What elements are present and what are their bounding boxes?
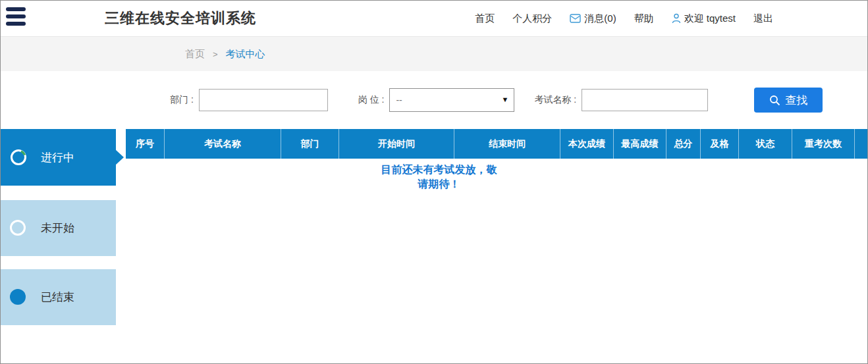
col-total-score: 总分 bbox=[666, 129, 700, 159]
main-content: 进行中 未开始 已结束 序号 考试名称 部门 开始时间 结束时间 本次成绩 最高… bbox=[1, 129, 867, 364]
exam-name-label: 考试名称 : bbox=[534, 94, 576, 106]
exam-table-body: 目前还未有考试发放，敬 请期待！ bbox=[126, 159, 868, 364]
sidebar-item-in-progress[interactable]: 进行中 bbox=[1, 129, 116, 186]
nav-personal-points[interactable]: 个人积分 bbox=[512, 13, 552, 25]
filled-circle-icon bbox=[10, 289, 27, 306]
post-select-value: -- bbox=[396, 95, 402, 105]
exam-center-page: 三维在线安全培训系统 首页 个人积分 消息(0) 帮助 bbox=[0, 0, 868, 364]
breadcrumb-home[interactable]: 首页 bbox=[185, 48, 205, 61]
col-index: 序号 bbox=[126, 129, 164, 159]
top-navigation: 首页 个人积分 消息(0) 帮助 bbox=[475, 1, 773, 36]
department-label: 部门 : bbox=[170, 94, 194, 106]
hamburger-menu-icon[interactable] bbox=[6, 7, 28, 29]
col-retake-count: 重考次数 bbox=[792, 129, 854, 159]
search-filter-bar: 部门 : 岗 位 : -- ▼ 考试名称 : 查找 bbox=[1, 71, 867, 129]
col-department: 部门 bbox=[281, 129, 339, 159]
breadcrumb: 首页 > 考试中心 bbox=[185, 48, 265, 61]
exam-table: 序号 考试名称 部门 开始时间 结束时间 本次成绩 最高成绩 总分 及格 状态 … bbox=[126, 129, 868, 364]
chevron-down-icon: ▼ bbox=[502, 95, 509, 103]
empty-state-message: 目前还未有考试发放，敬 请期待！ bbox=[375, 163, 503, 192]
message-envelope-icon bbox=[570, 14, 581, 23]
breadcrumb-separator-icon: > bbox=[213, 49, 218, 59]
exam-status-sidebar: 进行中 未开始 已结束 bbox=[1, 129, 116, 325]
nav-messages[interactable]: 消息(0) bbox=[570, 13, 616, 25]
exam-table-header: 序号 考试名称 部门 开始时间 结束时间 本次成绩 最高成绩 总分 及格 状态 … bbox=[126, 129, 868, 159]
sidebar-item-finished[interactable]: 已结束 bbox=[1, 269, 116, 325]
nav-help[interactable]: 帮助 bbox=[634, 13, 654, 25]
post-label: 岗 位 : bbox=[358, 94, 385, 106]
department-input[interactable] bbox=[199, 89, 328, 111]
top-header: 三维在线安全培训系统 首页 个人积分 消息(0) 帮助 bbox=[1, 1, 867, 36]
breadcrumb-current[interactable]: 考试中心 bbox=[226, 48, 265, 61]
col-exam-name: 考试名称 bbox=[164, 129, 281, 159]
nav-home[interactable]: 首页 bbox=[475, 13, 495, 25]
col-pass: 及格 bbox=[700, 129, 738, 159]
search-icon bbox=[769, 95, 780, 106]
hollow-circle-icon bbox=[10, 220, 27, 237]
col-status: 状态 bbox=[738, 129, 792, 159]
post-select[interactable]: -- ▼ bbox=[389, 88, 514, 112]
breadcrumb-bar: 首页 > 考试中心 bbox=[1, 36, 867, 71]
nav-logout[interactable]: 退出 bbox=[753, 13, 773, 25]
search-button[interactable]: 查找 bbox=[754, 88, 823, 113]
sidebar-item-not-started[interactable]: 未开始 bbox=[1, 200, 116, 256]
exam-name-input[interactable] bbox=[582, 89, 708, 111]
col-current-score: 本次成绩 bbox=[560, 129, 613, 159]
app-title: 三维在线安全培训系统 bbox=[105, 9, 256, 28]
col-spacer bbox=[854, 129, 868, 159]
nav-welcome-user[interactable]: 欢迎 tqytest bbox=[672, 13, 736, 25]
user-icon bbox=[672, 13, 681, 24]
col-start-time: 开始时间 bbox=[339, 129, 454, 159]
col-best-score: 最高成绩 bbox=[613, 129, 666, 159]
col-end-time: 结束时间 bbox=[454, 129, 560, 159]
progress-ring-icon bbox=[10, 149, 27, 166]
